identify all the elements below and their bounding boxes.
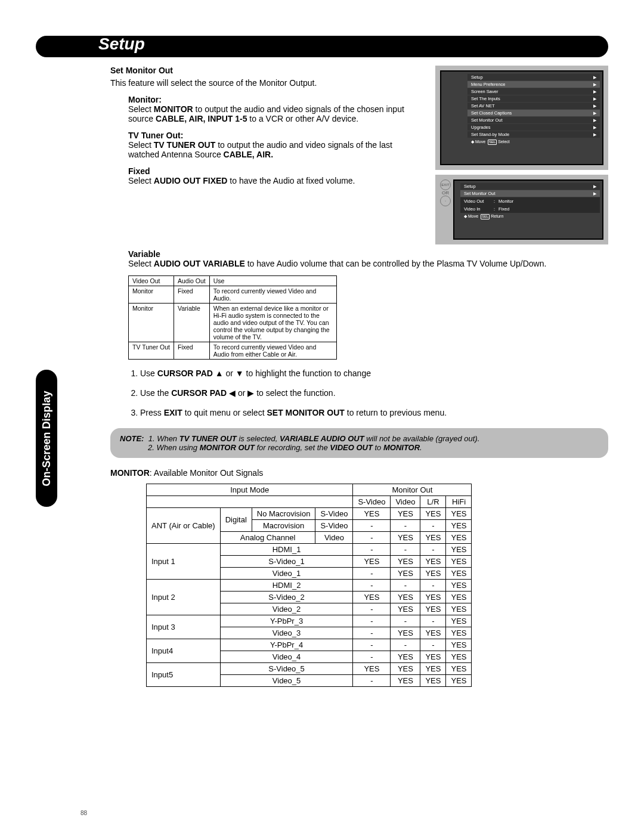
osd1-title: Setup▶ <box>467 74 600 80</box>
steps: Use CURSOR PAD ▲ or ▼ to highlight the f… <box>128 368 608 419</box>
manual-page: Setup On-Screen Display Set Monitor Out … <box>0 0 644 833</box>
osd-figure-2: EXIT OR ◦ Setup▶ Set Monitor Out▶ Video … <box>435 175 608 244</box>
remote-icons: EXIT OR ◦ <box>440 179 451 206</box>
osd-figures: Setup▶ Menu Preference▶ Screen Saver▶ Se… <box>435 66 608 249</box>
section-intro: This feature will select the source of t… <box>110 78 423 89</box>
note-box: NOTE: 1. When TV TUNER OUT is selected, … <box>110 428 608 458</box>
def-monitor: Monitor: Select MONITOR to output the au… <box>128 95 423 123</box>
mon-caption: MONITOR: Available Monitor Out Signals <box>110 467 608 479</box>
def-tvtuner: TV Tuner Out: Select TV TUNER OUT to out… <box>128 131 423 159</box>
step-1: Use CURSOR PAD ▲ or ▼ to highlight the f… <box>140 368 608 379</box>
page-number: 88 <box>80 810 87 816</box>
monitor-out-table: Input Mode Monitor Out S-Video Video L/R… <box>146 484 472 687</box>
osd-figure-1: Setup▶ Menu Preference▶ Screen Saver▶ Se… <box>435 66 608 170</box>
step-3: Press EXIT to quit menu or select SET MO… <box>140 407 608 419</box>
def-variable-term: Variable <box>128 249 160 259</box>
def-variable: Variable Select AUDIO OUT VARIABLE to ha… <box>128 249 608 268</box>
step-2: Use the CURSOR PAD ◀ or ▶ to select the … <box>140 388 608 399</box>
def-fixed: Fixed Select AUDIO OUT FIXED to have the… <box>128 166 423 185</box>
section-title: Set Monitor Out <box>110 66 423 75</box>
content: Set Monitor Out This feature will select… <box>110 66 608 687</box>
side-tab-label: On-Screen Display <box>41 391 53 486</box>
def-fixed-term: Fixed <box>128 166 150 176</box>
header-bar: Setup <box>36 36 608 57</box>
dpad-icon: ◦ <box>440 196 451 206</box>
header-title: Setup <box>98 35 145 54</box>
osd1-hint: ◆ Move SEL Select <box>467 138 600 146</box>
exit-icon: EXIT <box>440 179 451 190</box>
or-label: OR <box>442 190 449 196</box>
def-tvtuner-term: TV Tuner Out: <box>128 131 183 140</box>
side-tab: On-Screen Display <box>36 370 57 507</box>
def-monitor-term: Monitor: <box>128 95 162 104</box>
use-table: Video Out Audio Out Use Monitor Fixed To… <box>128 275 337 360</box>
